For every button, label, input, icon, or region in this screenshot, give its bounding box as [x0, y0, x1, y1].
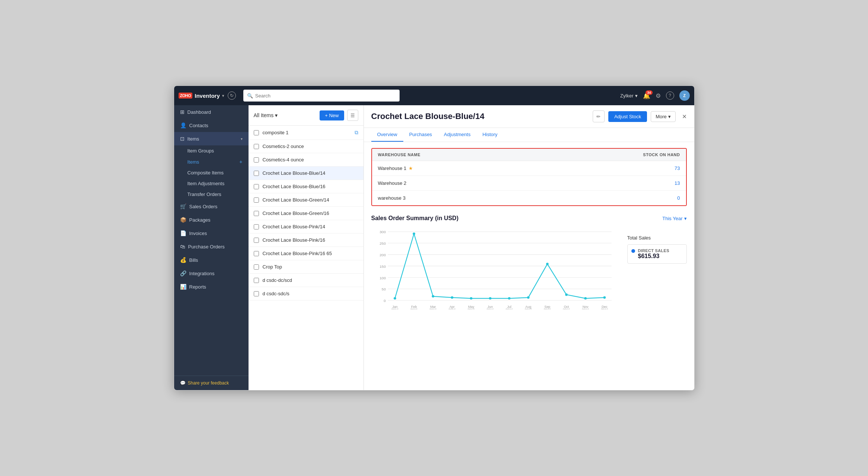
svg-point-38	[394, 297, 396, 300]
sidebar-item-bills[interactable]: 💰 Bills	[174, 253, 249, 267]
sidebar-item-reports[interactable]: 📊 Reports	[174, 280, 249, 293]
sales-header: Sales Order Summary (in USD) This Year ▾	[371, 215, 687, 222]
sidebar-item-item-adjustments[interactable]: Item Adjustments	[174, 178, 249, 189]
item-checkbox[interactable]	[254, 264, 259, 270]
list-item[interactable]: Crochet Lace Blouse-Blue/16	[249, 180, 363, 193]
user-menu[interactable]: Zylker ▾	[620, 93, 637, 99]
refresh-button[interactable]: ↻	[228, 91, 236, 100]
item-name: Crochet Lace Blouse-Pink/14	[263, 224, 325, 229]
list-panel: All Items ▾ + New ☰ composite 1 ⧉	[249, 105, 364, 390]
sidebar-item-integrations[interactable]: 🔗 Integrations	[174, 267, 249, 280]
list-actions: + New ☰	[320, 110, 358, 121]
item-checkbox[interactable]	[254, 238, 259, 243]
legend-direct-sales: DIRECT SALES $615.93	[627, 244, 687, 264]
list-item[interactable]: Crop Top	[249, 260, 363, 274]
logo-area: ZOHO Inventory ▾	[179, 93, 224, 99]
svg-text:2016: 2016	[582, 308, 589, 309]
settings-button[interactable]: ⚙	[656, 92, 661, 99]
tab-purchases[interactable]: Purchases	[403, 128, 438, 142]
close-button[interactable]: ×	[682, 112, 687, 121]
item-checkbox[interactable]	[254, 171, 259, 176]
bills-icon: 💰	[180, 257, 186, 263]
list-item[interactable]: composite 1 ⧉	[249, 126, 363, 140]
sidebar-item-dashboard[interactable]: ⊞ Dashboard	[174, 105, 249, 119]
list-item[interactable]: Crochet Lace Blouse-Green/16	[249, 207, 363, 220]
svg-text:2016: 2016	[544, 308, 551, 309]
items-add-icon[interactable]: +	[239, 159, 242, 165]
item-checkbox[interactable]	[254, 130, 259, 135]
detail-panel: Crochet Lace Blouse-Blue/14 ✏ Adjust Sto…	[364, 105, 694, 390]
reports-icon: 📊	[180, 284, 186, 290]
list-item[interactable]: Crochet Lace Blouse-Green/14	[249, 193, 363, 207]
all-items-dropdown[interactable]: All Items ▾	[254, 112, 278, 118]
tab-adjustments[interactable]: Adjustments	[438, 128, 477, 142]
detail-title: Crochet Lace Blouse-Blue/14	[371, 112, 593, 121]
help-button[interactable]: ?	[666, 91, 674, 100]
warehouse-row[interactable]: warehouse 3 0	[372, 191, 686, 205]
legend-value: $615.93	[638, 253, 669, 260]
chart-container: 0 50 100 150 200 250 300 Jan 2016	[371, 228, 620, 309]
list-item[interactable]: Crochet Lace Blouse-Pink/16	[249, 234, 363, 247]
list-item[interactable]: d csdc-sdc/s	[249, 287, 363, 300]
warehouse-table: WAREHOUSE NAME STOCK ON HAND Warehouse 1…	[371, 148, 687, 206]
warehouse-row[interactable]: Warehouse 2 13	[372, 176, 686, 191]
warehouse-star-icon: ★	[409, 165, 413, 171]
sidebar-item-items[interactable]: Items +	[174, 156, 249, 167]
warehouse-row[interactable]: Warehouse 1 ★ 73	[372, 161, 686, 176]
item-checkbox[interactable]	[254, 197, 259, 203]
item-name: d csdc-dc/scd	[263, 277, 292, 283]
sidebar-item-sales-orders[interactable]: 🛒 Sales Orders	[174, 200, 249, 213]
sidebar-item-items-parent[interactable]: ⊡ Items ▾	[174, 132, 249, 145]
item-name: Crop Top	[263, 264, 282, 270]
list-item[interactable]: Crochet Lace Blouse-Pink/14	[249, 220, 363, 234]
list-item[interactable]: Cosmetics-2 ounce	[249, 140, 363, 153]
edit-button[interactable]: ✏	[593, 110, 605, 122]
item-name: d csdc-sdc/s	[263, 291, 289, 296]
item-checkbox[interactable]	[254, 251, 259, 256]
search-bar[interactable]: 🔍	[243, 90, 400, 102]
item-checkbox[interactable]	[254, 291, 259, 296]
new-item-button[interactable]: + New	[320, 110, 344, 120]
svg-point-41	[451, 296, 453, 299]
list-item-selected[interactable]: Crochet Lace Blouse-Blue/14	[249, 167, 363, 180]
items-list: composite 1 ⧉ Cosmetics-2 ounce Cosmetic…	[249, 126, 363, 390]
list-item[interactable]: d csdc-dc/scd	[249, 274, 363, 287]
sidebar-label-integrations: Integrations	[189, 271, 215, 276]
adjust-stock-button[interactable]: Adjust Stock	[608, 111, 647, 122]
item-checkbox[interactable]	[254, 211, 259, 216]
sales-period-selector[interactable]: This Year ▾	[662, 216, 686, 221]
list-menu-button[interactable]: ☰	[347, 110, 358, 121]
sidebar-item-transfer-orders[interactable]: Transfer Orders	[174, 189, 249, 200]
sidebar-item-invoices[interactable]: 📄 Invoices	[174, 226, 249, 240]
sidebar-item-item-groups[interactable]: Item Groups	[174, 145, 249, 156]
item-checkbox[interactable]	[254, 144, 259, 149]
item-checkbox[interactable]	[254, 184, 259, 189]
avatar[interactable]: Z	[679, 90, 690, 101]
item-name: Cosmetics-2 ounce	[263, 144, 304, 149]
warehouse-stock-3: 0	[606, 195, 680, 201]
feedback-button[interactable]: 💬 Share your feedback	[174, 376, 249, 390]
feedback-label: Share your feedback	[188, 380, 229, 386]
sidebar-item-purchase-orders[interactable]: 🛍 Purchase Orders	[174, 240, 249, 253]
sidebar-label-dashboard: Dashboard	[188, 109, 211, 115]
item-checkbox[interactable]	[254, 157, 259, 163]
sidebar-item-contacts[interactable]: 👤 Contacts	[174, 119, 249, 132]
more-button[interactable]: More ▾	[651, 111, 676, 122]
period-dropdown-icon: ▾	[684, 216, 687, 221]
svg-point-47	[565, 293, 568, 296]
detail-body: WAREHOUSE NAME STOCK ON HAND Warehouse 1…	[364, 142, 694, 390]
tab-overview[interactable]: Overview	[371, 128, 403, 142]
notifications-button[interactable]: 🔔 34	[643, 92, 650, 99]
sidebar-item-packages[interactable]: 📦 Packages	[174, 213, 249, 226]
item-checkbox[interactable]	[254, 278, 259, 283]
logo-dropdown-icon[interactable]: ▾	[222, 94, 224, 98]
search-input[interactable]	[255, 93, 396, 99]
list-item[interactable]: Crochet Lace Blouse-Pink/16 65	[249, 247, 363, 260]
sidebar-item-composite-items[interactable]: Composite Items	[174, 167, 249, 178]
logo-inventory-text: Inventory	[195, 93, 220, 99]
list-item[interactable]: Cosmetics-4 ounce	[249, 153, 363, 167]
notification-badge: 34	[646, 90, 652, 95]
warehouse-col-stock: STOCK ON HAND	[606, 152, 680, 157]
item-checkbox[interactable]	[254, 224, 259, 229]
tab-history[interactable]: History	[477, 128, 503, 142]
